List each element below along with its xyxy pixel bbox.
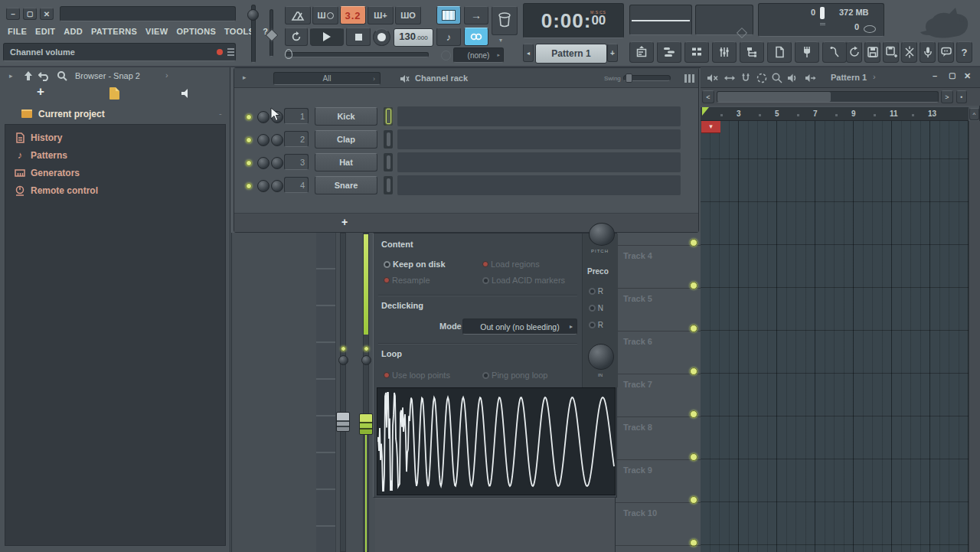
countdown-button[interactable]: 3.2 (340, 6, 366, 24)
toolbar-project-picker-button[interactable] (740, 41, 764, 63)
metronome-button[interactable] (285, 6, 311, 24)
typing-keyboard-button[interactable] (436, 6, 461, 24)
toolbar-help-button[interactable]: ? (956, 41, 972, 63)
step-sequencer-band[interactable] (397, 152, 681, 172)
mixer-fader-track-1[interactable] (340, 233, 346, 552)
toolbar-save-as-button[interactable] (883, 41, 899, 63)
browser-undo-icon[interactable] (38, 70, 51, 81)
playlist-scroll-up-button[interactable]: ^ (969, 108, 979, 120)
step-edit-button[interactable]: → (464, 6, 488, 24)
toolbar-record-audio-button[interactable] (920, 41, 936, 63)
channel-mute-led[interactable] (246, 183, 252, 189)
bell-expand-arrow[interactable]: ▾ (499, 37, 502, 44)
side-option-3[interactable]: R (589, 321, 603, 329)
zoom-tool-icon[interactable] (771, 72, 783, 84)
master-volume-handle[interactable] (247, 9, 259, 21)
toolbar-playlist-button[interactable] (629, 41, 654, 63)
resource-panel[interactable]: 0 372 MB 0 (758, 3, 884, 37)
browser-header-arrow[interactable]: › (165, 70, 168, 80)
browser-item-remote-control[interactable]: Remote control (14, 183, 213, 198)
channel-pan-knob[interactable] (257, 157, 270, 169)
playlist-options-button[interactable]: ▪ (956, 90, 967, 103)
channel-volume-knob[interactable] (271, 134, 283, 146)
channel-number-box[interactable]: 4 (284, 177, 309, 193)
browser-search-icon[interactable] (57, 70, 68, 82)
speaker-icon[interactable] (786, 72, 799, 84)
time-display[interactable]: 0:00: M:S:CS 00 (523, 3, 624, 38)
blend-notes-button[interactable]: ♪ (436, 28, 461, 46)
tempo-display[interactable]: 130 .000 (394, 28, 433, 47)
mute-speaker-icon[interactable] (707, 72, 719, 84)
oscilloscope-panel[interactable] (629, 5, 692, 35)
menu-item-3[interactable]: PATTERNS (91, 27, 137, 36)
option-keep-on-disk[interactable]: Keep on disk (384, 260, 446, 269)
loop-record-button[interactable]: ШO (395, 6, 421, 24)
option-ping-pong[interactable]: Ping pong loop (482, 371, 547, 380)
window-minimize-button[interactable]: – (6, 8, 20, 20)
menu-item-0[interactable]: FILE (8, 27, 27, 36)
rack-add-channel-button[interactable]: + (341, 216, 348, 228)
channel-button-kick[interactable]: Kick (315, 107, 377, 126)
pitch-knob[interactable] (589, 223, 615, 246)
browser-header-title[interactable]: Browser - Snap 2 (75, 71, 140, 80)
playlist-title-arrow[interactable]: › (873, 72, 876, 81)
toolbar-touch-button[interactable] (822, 41, 847, 63)
channel-select-switch[interactable] (384, 107, 393, 126)
pattern-add-button[interactable]: + (607, 44, 618, 62)
metronome-bell-button[interactable] (492, 6, 518, 35)
side-option-1[interactable]: R (589, 287, 603, 296)
mixer-fader-handle-1[interactable] (336, 412, 350, 432)
browser-leading-arrow[interactable]: ▸ (9, 72, 13, 80)
channel-mute-led[interactable] (246, 114, 252, 120)
toolbar-channel-rack-button[interactable] (684, 41, 709, 63)
channel-select-switch[interactable] (384, 153, 393, 171)
channel-pan-knob[interactable] (257, 111, 270, 123)
mixer-led-2[interactable] (364, 346, 369, 351)
side-option-2[interactable]: N (589, 304, 603, 312)
channel-select-switch[interactable] (384, 176, 393, 194)
playlist-grid[interactable] (701, 121, 969, 552)
browser-item-history[interactable]: History (14, 130, 213, 145)
playlist-ruler[interactable] (701, 107, 969, 121)
channel-volume-knob[interactable] (271, 157, 283, 169)
shuffle-slider[interactable] (285, 52, 429, 57)
option-resample[interactable]: Resample (384, 276, 430, 285)
toolbar-notepad-button[interactable] (767, 41, 792, 63)
menu-item-4[interactable]: VIEW (145, 27, 168, 36)
declick-mode-dropdown[interactable]: Out only (no bleeding) ▸ (462, 318, 577, 335)
mixer-knob-2[interactable] (361, 355, 371, 365)
toolbar-plugin-button[interactable] (795, 41, 819, 63)
wait-for-input-button[interactable]: Ш (312, 6, 338, 24)
playlist-close-button[interactable]: ✕ (964, 71, 971, 81)
browser-item-patterns[interactable]: ♪Patterns (14, 148, 213, 163)
toolbar-one-click-record-button[interactable] (846, 41, 862, 63)
playlist-vscrollbar[interactable] (969, 121, 980, 552)
browser-up-icon[interactable] (23, 70, 34, 81)
window-maximize-button[interactable]: ▢ (23, 8, 37, 20)
option-load-regions[interactable]: Load regions (482, 260, 540, 269)
browser-tab-speaker-icon[interactable] (181, 88, 193, 99)
option-use-loop-points[interactable]: Use loop points (384, 371, 450, 380)
menu-item-5[interactable]: OPTIONS (176, 27, 216, 36)
playhead-marker-icon[interactable] (701, 107, 710, 116)
menu-item-2[interactable]: ADD (64, 27, 83, 36)
channel-number-box[interactable]: 1 (284, 108, 309, 124)
snap-selector[interactable]: (none) ▸ (453, 47, 504, 63)
toolbar-mixer-button[interactable] (712, 41, 737, 63)
option-load-acid[interactable]: Load ACID markers (482, 276, 565, 285)
channel-mute-led[interactable] (246, 137, 252, 143)
channel-button-clap[interactable]: Clap (315, 130, 377, 149)
channel-pan-knob[interactable] (257, 180, 270, 192)
playlist-hscrollbar-thumb[interactable] (717, 92, 831, 102)
browser-tab-plus[interactable]: + (37, 84, 44, 100)
channel-mute-led[interactable] (246, 160, 252, 166)
waveform-display[interactable] (377, 387, 616, 495)
pattern-display[interactable]: Pattern 1 (535, 44, 607, 64)
window-close-button[interactable]: ✕ (40, 8, 54, 20)
shuffle-marker[interactable] (285, 49, 292, 59)
channel-volume-knob[interactable] (271, 180, 283, 192)
channel-number-box[interactable]: 2 (284, 131, 309, 147)
channel-select-switch[interactable] (384, 130, 393, 149)
marquee-icon[interactable] (756, 72, 768, 84)
step-sequencer-band[interactable] (397, 129, 681, 149)
